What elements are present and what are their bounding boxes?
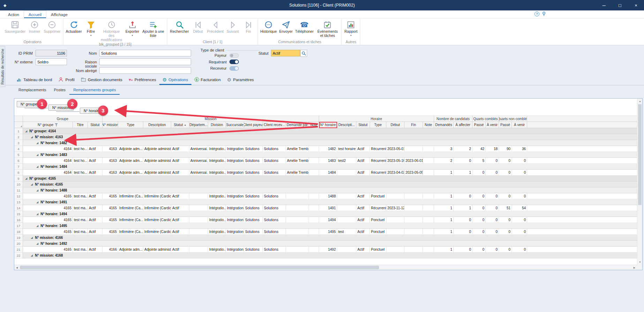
cell[interactable]: [386, 247, 404, 252]
column-header-15[interactable]: Descripti...: [337, 122, 356, 128]
cell[interactable]: 0: [499, 217, 512, 223]
report-button[interactable]: Rapport ▾: [343, 19, 358, 37]
cell[interactable]: 4165: [103, 193, 118, 199]
cell[interactable]: [423, 247, 434, 252]
cell[interactable]: [404, 217, 423, 223]
cell[interactable]: Solutions: [263, 205, 286, 211]
cell[interactable]: Adjointe administ...: [143, 170, 171, 176]
cell[interactable]: 4165: [103, 217, 118, 223]
cell[interactable]: Actif: [171, 193, 189, 199]
cell[interactable]: 4166: [103, 247, 118, 252]
cell[interactable]: Actif: [171, 205, 189, 211]
raison-sociale-field[interactable]: [99, 58, 191, 65]
cell[interactable]: 2023-11-12: [386, 205, 404, 211]
cell[interactable]: [309, 193, 319, 199]
cell[interactable]: [309, 158, 319, 164]
expand-icon[interactable]: ◢: [36, 141, 38, 145]
column-header-19[interactable]: Fin: [404, 122, 423, 128]
id-prim-field[interactable]: 1106: [36, 50, 67, 56]
grid-row-4[interactable]: 44164test ho...Actif4163Adjointe adm...A…: [14, 146, 637, 152]
cell[interactable]: 1: [434, 217, 454, 223]
group-row-label[interactable]: ◢N° horaire: 1491: [23, 199, 637, 205]
cell[interactable]: 0: [499, 193, 512, 199]
cell[interactable]: 4165: [23, 247, 73, 252]
cell[interactable]: [189, 247, 208, 252]
cell[interactable]: Infirmière (Cardiol...: [143, 193, 171, 199]
group-row-label[interactable]: ◢N° mission: 4166: [23, 235, 637, 241]
column-header-11[interactable]: Client recev...: [263, 122, 286, 128]
column-header-21[interactable]: Demandés: [434, 122, 454, 128]
cell[interactable]: 0: [486, 217, 499, 223]
statut-field[interactable]: Actif: [271, 50, 300, 56]
cell[interactable]: Solutions: [244, 229, 263, 235]
cell[interactable]: Récurrent: [370, 146, 386, 152]
cell[interactable]: [423, 217, 434, 223]
requerant-toggle[interactable]: [229, 60, 239, 64]
column-header-26[interactable]: À venir: [512, 122, 527, 128]
cell[interactable]: [337, 170, 356, 176]
cell[interactable]: 0: [472, 247, 486, 252]
cell[interactable]: [404, 193, 423, 199]
cell[interactable]: [386, 217, 404, 223]
expand-icon[interactable]: ◢: [36, 224, 38, 227]
tab-postes[interactable]: Postes: [50, 85, 69, 95]
cell[interactable]: [386, 193, 404, 199]
cell[interactable]: Solutions: [244, 193, 263, 199]
cell[interactable]: Actif: [356, 158, 370, 164]
tab-facturation[interactable]: $ Facturation: [191, 75, 224, 85]
group-box-no-groupe[interactable]: N° groupe: [17, 101, 41, 107]
cell[interactable]: Actif: [171, 146, 189, 152]
cell[interactable]: [309, 170, 319, 176]
cell[interactable]: Actif: [171, 158, 189, 164]
send-button[interactable]: Envoyer: [278, 19, 294, 34]
cell[interactable]: 2: [434, 158, 454, 164]
report-dropdown-icon[interactable]: ▾: [350, 34, 352, 37]
column-header-13[interactable]: Note: [309, 122, 319, 128]
cell[interactable]: Infirmière (Ca...: [118, 229, 143, 235]
cell[interactable]: [423, 229, 434, 235]
grid-row-8[interactable]: 84164test ho...Actif4163Adjointe adm...A…: [14, 170, 637, 176]
cell[interactable]: 0: [512, 229, 527, 235]
cell[interactable]: Solutions: [263, 229, 286, 235]
cell[interactable]: [423, 193, 434, 199]
expand-icon[interactable]: ◢: [31, 183, 33, 186]
cell[interactable]: 0: [486, 193, 499, 199]
column-header-0[interactable]: N° groupe: [23, 122, 73, 128]
export-button[interactable]: Exporter ▾: [124, 19, 141, 37]
tab-remplacements-groupes[interactable]: Remplacements groupés: [69, 85, 120, 95]
cell[interactable]: test ho...: [73, 146, 88, 152]
column-header-7[interactable]: Départem...: [189, 122, 208, 128]
search-results-side-tab[interactable]: Résultats de recherche: [0, 46, 5, 87]
expand-icon[interactable]: ◢: [36, 165, 38, 168]
grid-row-1[interactable]: 1◢N° groupe: 4164: [14, 128, 637, 134]
cell[interactable]: 42: [472, 146, 486, 152]
column-header-2[interactable]: Statut: [88, 122, 103, 128]
vertical-scrollbar-thumb[interactable]: [638, 104, 642, 205]
cell[interactable]: test ma...: [73, 229, 88, 235]
cell[interactable]: Intégratio...: [208, 229, 226, 235]
cell[interactable]: Infirmière (Ca...: [118, 205, 143, 211]
cell[interactable]: Adjointe adm...: [118, 146, 143, 152]
cell[interactable]: Solutions: [244, 158, 263, 164]
close-button[interactable]: ×: [628, 0, 644, 10]
grid-row-6[interactable]: 64164test ho...Actif4163Adjointe adm...A…: [14, 158, 637, 164]
column-header-1[interactable]: Titre: [73, 122, 88, 128]
filter-dropdown-icon[interactable]: ▾: [90, 34, 92, 37]
cell[interactable]: [189, 217, 208, 223]
cell[interactable]: Actif: [88, 193, 103, 199]
grid-row-12[interactable]: 124165test ma...Actif4165Infirmière (Ca.…: [14, 193, 637, 199]
cell[interactable]: Récurrent: [370, 170, 386, 176]
cell[interactable]: Solutions: [244, 247, 263, 252]
cell[interactable]: test ma...: [73, 205, 88, 211]
cell[interactable]: Solutions: [244, 170, 263, 176]
cell[interactable]: 1: [434, 170, 454, 176]
column-header-10[interactable]: Client payeur: [244, 122, 263, 128]
cell[interactable]: 0: [472, 217, 486, 223]
cell[interactable]: [337, 247, 356, 252]
grid-row-5[interactable]: 5◢N° horaire: 1483: [14, 152, 637, 158]
group-row-label[interactable]: ◢N° mission: 4165: [23, 181, 637, 187]
cell[interactable]: 1484: [319, 170, 337, 176]
cell[interactable]: 2023-05-01: [386, 146, 404, 152]
cell[interactable]: 2023-04-03: [386, 170, 404, 176]
group-row-label[interactable]: ◢N° horaire: 1492: [23, 241, 637, 247]
